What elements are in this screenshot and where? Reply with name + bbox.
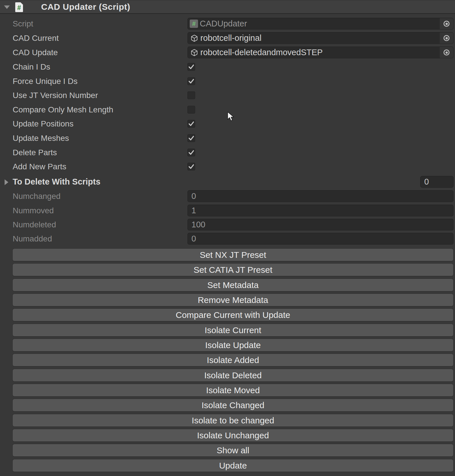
component-title: CAD Updater (Script) xyxy=(41,0,130,14)
cube-wireframe-icon xyxy=(190,48,199,57)
button-show-all[interactable]: Show all xyxy=(12,444,454,457)
field-label-nummoved: Nummoved xyxy=(13,205,54,216)
checkmark-icon xyxy=(188,135,195,142)
script-hash-glyph: # xyxy=(17,4,21,12)
button-set-catia-jt-preset[interactable]: Set CATIA JT Preset xyxy=(12,263,454,276)
object-picker-button[interactable] xyxy=(440,32,453,44)
button-set-metadata[interactable]: Set Metadata xyxy=(12,279,454,291)
field-label-numadded: Numadded xyxy=(13,233,52,245)
checkbox-add-new-parts[interactable] xyxy=(187,163,195,170)
checkbox-label-compare-only-mesh-length: Compare Only Mesh Length xyxy=(13,106,113,114)
checkbox-delete-parts[interactable] xyxy=(187,149,195,156)
checkbox-chain-ids[interactable] xyxy=(187,63,195,71)
inspector-component-cad-updater: # CAD Updater (Script) ? Script xyxy=(0,0,455,476)
script-field-value: CADUpdater xyxy=(200,19,247,28)
nummoved-field: 1 xyxy=(187,205,454,216)
field-label-numchanged: Numchanged xyxy=(13,190,61,202)
button-isolate-deleted[interactable]: Isolate Deleted xyxy=(12,369,454,382)
cube-wireframe-icon xyxy=(190,34,199,43)
checkmark-icon xyxy=(188,149,195,156)
field-label-cad-update: CAD Update xyxy=(13,47,58,58)
array-size-value: 0 xyxy=(421,177,429,187)
checkbox-update-meshes[interactable] xyxy=(187,134,195,142)
array-size-field[interactable]: 0 xyxy=(420,176,454,188)
checkbox-label-add-new-parts: Add New Parts xyxy=(13,163,66,170)
checkbox-label-update-positions: Update Positions xyxy=(13,120,74,128)
button-isolate-moved[interactable]: Isolate Moved xyxy=(12,384,454,397)
object-picker-button[interactable] xyxy=(440,47,453,58)
field-label-cad-current: CAD Current xyxy=(13,32,59,44)
csharp-script-mini-icon: # xyxy=(190,20,198,28)
object-picker-icon xyxy=(444,35,450,41)
checkbox-use-jt-version-number[interactable] xyxy=(187,91,195,99)
csharp-script-icon: # xyxy=(15,2,23,12)
checkbox-force-unique-ids[interactable] xyxy=(187,77,195,85)
checkbox-label-chain-ids: Chain I Ds xyxy=(13,63,50,71)
checkbox-label-force-unique-ids: Force Unique I Ds xyxy=(13,77,78,85)
checkbox-update-positions[interactable] xyxy=(187,120,195,128)
numchanged-field: 0 xyxy=(187,190,454,202)
script-object-field: # CADUpdater xyxy=(187,18,454,30)
object-picker-button[interactable] xyxy=(440,18,453,29)
button-update[interactable]: Update xyxy=(12,459,454,472)
button-isolate-added[interactable]: Isolate Added xyxy=(12,354,454,366)
object-picker-icon xyxy=(444,21,450,27)
checkbox-label-delete-parts: Delete Parts xyxy=(13,149,57,156)
button-compare-current-with-update[interactable]: Compare Current with Update xyxy=(12,308,454,321)
numdeleted-value: 100 xyxy=(188,220,205,229)
numadded-field: 0 xyxy=(187,233,454,245)
checkbox-label-use-jt-version-number: Use JT Version Number xyxy=(13,91,98,99)
foldout-open-triangle-icon[interactable] xyxy=(4,5,10,9)
button-set-nx-jt-preset[interactable]: Set NX JT Preset xyxy=(12,248,454,261)
cad-update-value: robotcell-deletedandmovedSTEP xyxy=(200,48,323,57)
nummoved-value: 1 xyxy=(188,206,196,215)
checkmark-icon xyxy=(188,78,195,85)
button-isolate-changed[interactable]: Isolate Changed xyxy=(12,399,454,412)
checkmark-icon xyxy=(188,63,195,70)
checkmark-icon xyxy=(188,163,195,170)
mouse-arrow-cursor xyxy=(227,112,236,123)
button-isolate-current[interactable]: Isolate Current xyxy=(12,324,454,337)
button-remove-metadata[interactable]: Remove Metadata xyxy=(12,293,454,306)
script-hash-glyph: # xyxy=(192,20,195,28)
field-label-numdeleted: Numdeleted xyxy=(13,219,56,231)
object-picker-icon xyxy=(444,49,450,55)
button-isolate-update[interactable]: Isolate Update xyxy=(12,339,454,352)
button-isolate-to-be-changed[interactable]: Isolate to be changed xyxy=(12,414,454,427)
checkbox-label-update-meshes: Update Meshes xyxy=(13,134,69,142)
numadded-value: 0 xyxy=(188,234,196,243)
field-label-script: Script xyxy=(13,18,33,30)
numchanged-value: 0 xyxy=(188,191,196,201)
cad-current-value: robotcell-original xyxy=(200,33,262,43)
cad-current-object-field[interactable]: robotcell-original xyxy=(187,32,454,44)
foldout-closed-triangle-icon[interactable] xyxy=(5,179,8,185)
cad-update-object-field[interactable]: robotcell-deletedandmovedSTEP xyxy=(187,47,454,58)
checkbox-compare-only-mesh-length[interactable] xyxy=(187,106,195,114)
component-header[interactable]: # CAD Updater (Script) ? xyxy=(0,0,455,14)
button-isolate-unchanged[interactable]: Isolate Unchanged xyxy=(12,429,454,442)
numdeleted-field: 100 xyxy=(187,219,454,231)
checkmark-icon xyxy=(188,120,195,127)
array-label-to-delete-with-scripts[interactable]: To Delete With Scripts xyxy=(13,176,100,188)
